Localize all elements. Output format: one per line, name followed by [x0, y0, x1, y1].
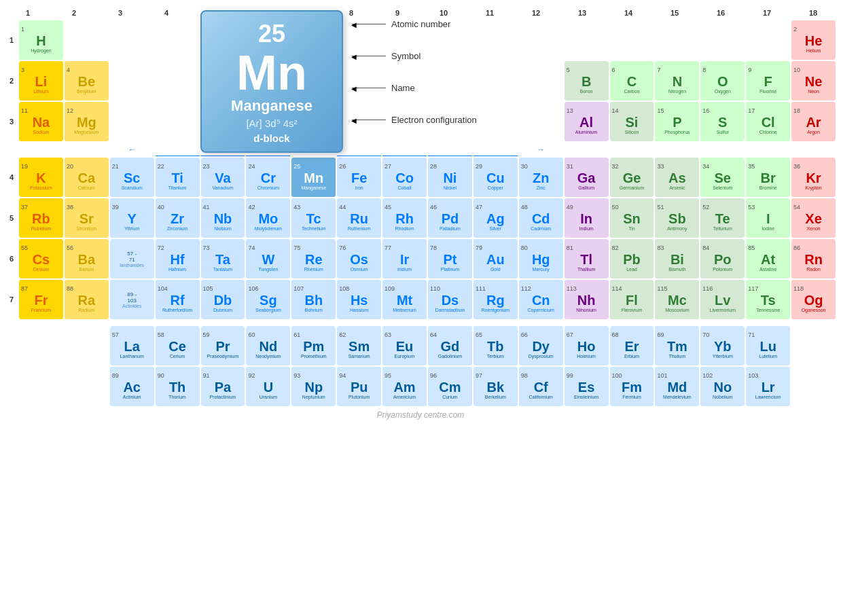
element-Nd[interactable]: 60NdNeodymium: [246, 326, 290, 365]
element-Mc[interactable]: 115McMoscovium: [655, 280, 699, 319]
element-Tb[interactable]: 65TbTerbium: [473, 326, 518, 365]
element-Cd[interactable]: 48CdCadmium: [519, 198, 563, 238]
element-Au[interactable]: 79AuGold: [473, 239, 518, 278]
element-Fe[interactable]: 26FeIron: [337, 158, 381, 197]
element-Sn[interactable]: 50SnTin: [610, 198, 654, 238]
element-Th[interactable]: 90ThThorium: [156, 367, 200, 406]
element-Fl[interactable]: 114FlFlerovium: [610, 280, 654, 319]
element-Cn[interactable]: 112CnCopernicium: [519, 280, 563, 319]
element-Ag[interactable]: 47AgSilver: [473, 198, 518, 238]
element-Fm[interactable]: 100FmFermium: [610, 367, 654, 406]
element-Mt[interactable]: 109MtMeitnerium: [382, 280, 427, 319]
element-Zr[interactable]: 40ZrZirconium: [156, 198, 200, 238]
element-Es[interactable]: 99EsEinsteinium: [565, 367, 609, 406]
element-Ne[interactable]: 10NeNeon: [791, 61, 836, 101]
element-K[interactable]: 19KPotassium: [19, 158, 63, 197]
element-Ra[interactable]: 88RaRadium: [65, 280, 109, 319]
element-Ni[interactable]: 28NiNickel: [428, 158, 472, 197]
element-Pa[interactable]: 91PaProtactinium: [201, 367, 245, 406]
element-Gd[interactable]: 64GdGadolinium: [428, 326, 472, 365]
element-Zn[interactable]: 30ZnZinc: [519, 158, 563, 197]
element-As[interactable]: 33AsArsenic: [655, 158, 699, 197]
element-Lv[interactable]: 116LvLivermorium: [700, 280, 745, 319]
element-Re[interactable]: 75ReRhenium: [291, 239, 336, 278]
element-Hs[interactable]: 108HsHassium: [337, 280, 381, 319]
element-Te[interactable]: 52TeTellurium: [700, 198, 745, 238]
element-Ga[interactable]: 31GaGallium: [565, 158, 609, 197]
element-Si[interactable]: 14SiSilicon: [610, 102, 654, 141]
element-Cm[interactable]: 96CmCurium: [428, 367, 472, 406]
element-La[interactable]: 57LaLanthanum: [110, 326, 154, 365]
element-He[interactable]: 2HeHelium: [791, 20, 836, 60]
element-S[interactable]: 16SSulfur: [700, 102, 745, 141]
element-H[interactable]: 1HHydrogen: [19, 20, 63, 60]
element-Hf[interactable]: 72HfHafnium: [156, 239, 200, 278]
element-Sc[interactable]: 21ScScandium: [110, 158, 154, 197]
element-Cl[interactable]: 17ClChlorine: [746, 102, 790, 141]
element-Lr[interactable]: 103LrLawrencium: [746, 367, 790, 406]
element-Cu[interactable]: 29CuCopper: [473, 158, 518, 197]
element-Xe[interactable]: 54XeXenon: [791, 198, 836, 238]
element-Fr[interactable]: 87FrFrancium: [19, 280, 63, 319]
element-Ac[interactable]: 89AcActinium: [110, 367, 154, 406]
element-Tc[interactable]: 43TcTechnetium: [291, 198, 336, 238]
element-Mn[interactable]: 25MnManganese: [291, 158, 336, 197]
element-Ts[interactable]: 117TsTennessine: [746, 280, 790, 319]
element-Np[interactable]: 93NpNeptunium: [291, 367, 336, 406]
element-Ds[interactable]: 110DsDarmstadtium: [428, 280, 472, 319]
element-Dy[interactable]: 66DyDysprosium: [519, 326, 563, 365]
element-Rn[interactable]: 86RnRadon: [791, 239, 836, 278]
element-Ca[interactable]: 20CaCalcium: [65, 158, 109, 197]
element-Ir[interactable]: 77IrIridium: [382, 239, 427, 278]
element-Ce[interactable]: 58CeCerium: [156, 326, 200, 365]
element-Mg[interactable]: 12MgMagnesium: [65, 102, 109, 141]
element-B[interactable]: 5BBoron: [565, 61, 609, 101]
element-O[interactable]: 8OOxygen: [700, 61, 745, 101]
element-Md[interactable]: 101MdMendelevium: [655, 367, 699, 406]
element-Am[interactable]: 95AmAmericium: [382, 367, 427, 406]
element-Va[interactable]: 23VaVanadium: [201, 158, 245, 197]
element-Sr[interactable]: 38SrStrontium: [65, 198, 109, 238]
element-Hg[interactable]: 80HgMercury: [519, 239, 563, 278]
element-Na[interactable]: 11NaSodium: [19, 102, 63, 141]
element-Tm[interactable]: 69TmThulium: [655, 326, 699, 365]
element-Ge[interactable]: 32GeGermanium: [610, 158, 654, 197]
element-Pd[interactable]: 46PdPalladium: [428, 198, 472, 238]
element-Eu[interactable]: 63EuEuropium: [382, 326, 427, 365]
element-Po[interactable]: 84PoPolonium: [700, 239, 745, 278]
element-C[interactable]: 6CCarbon: [610, 61, 654, 101]
element-Pu[interactable]: 94PuPlutonium: [337, 367, 381, 406]
element-Sb[interactable]: 51SbAntimony: [655, 198, 699, 238]
element-Br[interactable]: 35BrBromine: [746, 158, 790, 197]
element-Yb[interactable]: 70YbYtterbium: [700, 326, 745, 365]
element-P[interactable]: 15PPhosphorus: [655, 102, 699, 141]
element-F[interactable]: 9FFluorine: [746, 61, 790, 101]
element-Rh[interactable]: 45RhRhodium: [382, 198, 427, 238]
element-Tl[interactable]: 81TlThallium: [565, 239, 609, 278]
element-N[interactable]: 7NNitrogen: [655, 61, 699, 101]
element-Cf[interactable]: 98CfCalifornium: [519, 367, 563, 406]
element-Li[interactable]: 3LiLithium: [19, 61, 63, 101]
element-Pt[interactable]: 78PtPlatinum: [428, 239, 472, 278]
element-In[interactable]: 49InIndium: [565, 198, 609, 238]
element-W[interactable]: 74WTungsten: [246, 239, 290, 278]
element-Nb[interactable]: 41NbNiobium: [201, 198, 245, 238]
element-Rf[interactable]: 104RfRutherfordium: [156, 280, 200, 319]
element-U[interactable]: 92UUranium: [246, 367, 290, 406]
element-Og[interactable]: 118OgOganesson: [791, 280, 836, 319]
element-Bk[interactable]: 97BkBerkelium: [473, 367, 518, 406]
element-Nh[interactable]: 113NhNihonium: [565, 280, 609, 319]
element-Cs[interactable]: 55CsCesium: [19, 239, 63, 278]
element-Pr[interactable]: 59PrPraseodymium: [201, 326, 245, 365]
element-Sm[interactable]: 62SmSamarium: [337, 326, 381, 365]
element-Er[interactable]: 68ErErbium: [610, 326, 654, 365]
element-Be[interactable]: 4BeBeryllium: [65, 61, 109, 101]
element-Se[interactable]: 34SeSelenium: [700, 158, 745, 197]
element-Bi[interactable]: 83BiBismuth: [655, 239, 699, 278]
element-I[interactable]: 53IIodine: [746, 198, 790, 238]
element-No[interactable]: 102NoNobelium: [700, 367, 745, 406]
element-Kr[interactable]: 36KrKrypton: [791, 158, 836, 197]
element-Co[interactable]: 27CoCobalt: [382, 158, 427, 197]
element-Mo[interactable]: 42MoMolybdenum: [246, 198, 290, 238]
element-Rg[interactable]: 111RgRoentgenium: [473, 280, 518, 319]
